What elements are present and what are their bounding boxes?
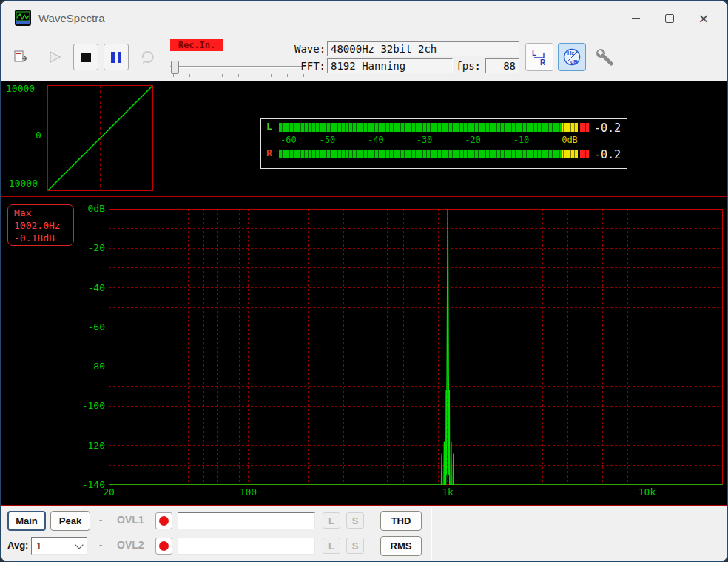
ovl1-save-button[interactable]: S (346, 512, 364, 529)
ovl2-input[interactable] (178, 538, 315, 555)
main-tab-button[interactable]: Main (7, 511, 46, 531)
lr-display-button[interactable]: L R (525, 43, 553, 71)
ovl1-input[interactable] (178, 512, 315, 529)
y-tick-label: -40 (70, 282, 105, 293)
x-tick-label: 100 (240, 486, 257, 498)
y-tick-label: -120 (70, 440, 105, 451)
wavespectra-window: WaveSpectra × (0, 0, 728, 562)
settings-button[interactable] (590, 43, 619, 71)
y-tick-label: -20 (70, 242, 105, 253)
y-tick-label: -140 (70, 479, 105, 490)
bottom-bar-divider (431, 508, 431, 560)
ovl1-load-button[interactable]: L (323, 512, 340, 529)
meter-right-bar (279, 149, 590, 159)
pause-icon (111, 52, 121, 63)
slider-thumb[interactable] (171, 61, 179, 74)
play-button[interactable] (42, 44, 67, 70)
separator-dash-2: - (99, 540, 102, 551)
minimize-button[interactable] (619, 6, 653, 31)
hzdb-scale-button[interactable]: Hz dB (558, 43, 586, 71)
device-select-icon (13, 48, 30, 66)
max-readout-freq: 1002.0Hz (8, 219, 73, 232)
hzdb-icon: Hz dB (562, 47, 582, 67)
window-title: WaveSpectra (38, 12, 104, 24)
avg-value: 1 (36, 541, 41, 552)
fft-label: FFT: (294, 60, 326, 72)
toolbar: Rec.In. Wave: 48000Hz 32bit 2ch FFT: 819… (1, 35, 727, 81)
lissajous-scope (47, 85, 153, 191)
meter-left-bar (279, 122, 590, 133)
lr-icon: L R (530, 47, 549, 67)
y-tick-label: -100 (70, 400, 105, 411)
meter-scale: -60-50-40-30-20-100dB (279, 135, 590, 146)
wrench-icon (594, 47, 615, 67)
slider-track (170, 66, 306, 68)
stop-icon (81, 53, 91, 62)
maximize-icon (665, 14, 674, 23)
avg-label: Avg: (7, 540, 28, 551)
scope-meter-panel: 10000 0 -10000 L -60-50-40-30-20-100dB R… (1, 81, 727, 196)
x-tick-label: 20 (103, 486, 115, 498)
max-readout-title: Max (8, 207, 73, 219)
bottom-control-bar: Main Peak - OVL1 L S THD Avg: 1 - OVL2 L… (1, 506, 727, 561)
close-icon: × (698, 12, 709, 25)
level-meter-box: L -60-50-40-30-20-100dB R -0.2 -0.2 (260, 118, 627, 169)
titlebar[interactable]: WaveSpectra × (1, 1, 727, 35)
ovl2-label: OVL2 (117, 539, 144, 551)
peak-tab-button[interactable]: Peak (50, 511, 90, 531)
rec-in-indicator: Rec.In. (170, 39, 223, 51)
repeat-button[interactable] (135, 44, 161, 70)
x-tick-label: 10k (638, 486, 655, 498)
close-button[interactable]: × (687, 6, 721, 31)
spectrum-plot (109, 209, 723, 485)
x-tick-label: 1k (442, 486, 454, 498)
app-icon (15, 10, 31, 26)
slider-ticks (173, 74, 306, 77)
thd-button[interactable]: THD (380, 511, 422, 531)
rms-button[interactable]: RMS (380, 536, 422, 556)
repeat-icon (140, 49, 156, 65)
chevron-down-icon (75, 541, 83, 549)
wave-label: Wave: (294, 43, 326, 55)
minimize-icon (632, 18, 640, 19)
position-slider[interactable] (170, 59, 306, 77)
wave-field: 48000Hz 32bit 2ch (327, 41, 519, 56)
fft-field: 8192 Hanning (327, 58, 453, 73)
separator-dash-1: - (99, 515, 102, 526)
pause-button[interactable] (104, 44, 129, 70)
meter-right-label: R (266, 147, 272, 158)
svg-text:L: L (532, 49, 536, 57)
meter-left-label: L (266, 121, 272, 132)
ovl1-color-button[interactable] (155, 512, 172, 529)
maximize-button[interactable] (653, 6, 687, 31)
ovl1-color-icon (159, 516, 169, 526)
fps-field: 88 (485, 58, 519, 73)
avg-select[interactable]: 1 (31, 537, 87, 555)
ovl2-load-button[interactable]: L (323, 538, 340, 554)
y-tick-label: -60 (70, 321, 105, 332)
play-icon (47, 50, 62, 64)
stop-button[interactable] (73, 44, 98, 70)
ovl1-label: OVL1 (117, 514, 144, 526)
meter-left-value: -0.2 (594, 121, 621, 135)
ovl2-color-button[interactable] (155, 538, 172, 555)
max-readout-box: Max 1002.0Hz -0.18dB (7, 204, 74, 246)
ovl2-save-button[interactable]: S (346, 538, 364, 554)
lissajous-yzero-label: 0 (36, 130, 41, 141)
y-tick-label: 0dB (70, 203, 105, 214)
svg-text:dB: dB (570, 58, 579, 65)
fps-label: fps: (454, 60, 481, 72)
svg-text:Hz: Hz (567, 50, 574, 56)
max-readout-level: -0.18dB (8, 232, 73, 244)
y-tick-label: -80 (70, 361, 105, 372)
input-device-button[interactable] (9, 44, 34, 70)
ovl2-color-icon (159, 541, 169, 551)
lissajous-ymin-label: -10000 (3, 178, 38, 189)
meter-right-value: -0.2 (594, 148, 621, 161)
svg-text:R: R (540, 58, 546, 67)
spectrum-panel: 0dB-20-40-60-80-100-120-140 201001k10k M… (1, 196, 727, 506)
lissajous-ymax-label: 10000 (6, 83, 35, 94)
